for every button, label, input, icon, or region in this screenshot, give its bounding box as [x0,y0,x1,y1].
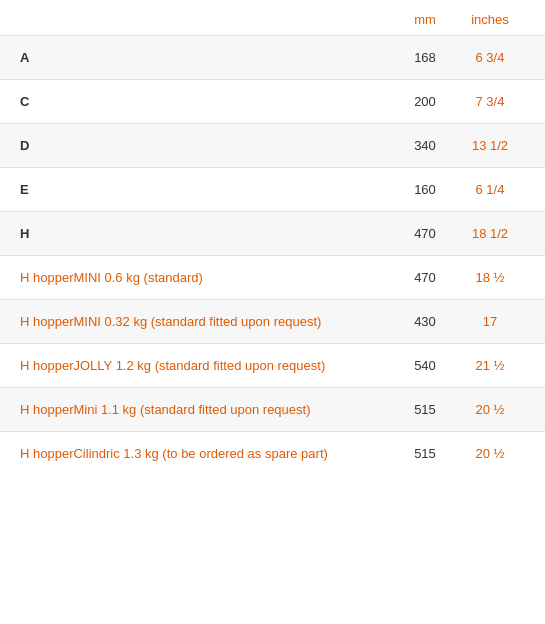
row-label: H [20,226,395,241]
table-row[interactable]: H hopperMINI 0.6 kg (standard)47018 ½ [0,255,545,299]
row-label: H hopperMini 1.1 kg (standard fitted upo… [20,402,395,417]
table-row[interactable]: H hopperMini 1.1 kg (standard fitted upo… [0,387,545,431]
row-mm: 160 [395,182,455,197]
row-mm: 470 [395,270,455,285]
row-inches: 13 1/2 [455,138,525,153]
row-mm: 515 [395,402,455,417]
row-inches: 18 ½ [455,270,525,285]
row-mm: 200 [395,94,455,109]
row-mm: 515 [395,446,455,461]
row-inches: 6 1/4 [455,182,525,197]
row-label: A [20,50,395,65]
row-mm: 430 [395,314,455,329]
row-inches: 20 ½ [455,446,525,461]
row-label: D [20,138,395,153]
row-label: H hopperCilindric 1.3 kg (to be ordered … [20,446,395,461]
table-row: C2007 3/4 [0,79,545,123]
row-label: H hopperMINI 0.6 kg (standard) [20,270,395,285]
data-table: A1686 3/4C2007 3/4D34013 1/2E1606 1/4H47… [0,35,545,475]
row-mm: 470 [395,226,455,241]
mm-header: mm [395,12,455,27]
row-inches: 18 1/2 [455,226,525,241]
row-mm: 340 [395,138,455,153]
row-inches: 21 ½ [455,358,525,373]
table-row[interactable]: H hopperMINI 0.32 kg (standard fitted up… [0,299,545,343]
table-row: E1606 1/4 [0,167,545,211]
row-inches: 17 [455,314,525,329]
row-label: C [20,94,395,109]
row-inches: 7 3/4 [455,94,525,109]
table-row: D34013 1/2 [0,123,545,167]
table-row[interactable]: H hopperCilindric 1.3 kg (to be ordered … [0,431,545,475]
table-row[interactable]: H hopperJOLLY 1.2 kg (standard fitted up… [0,343,545,387]
header-row: mm inches [0,0,545,35]
row-label: H hopperJOLLY 1.2 kg (standard fitted up… [20,358,395,373]
row-label: E [20,182,395,197]
inches-header: inches [455,12,525,27]
row-inches: 6 3/4 [455,50,525,65]
table-row: H47018 1/2 [0,211,545,255]
row-label: H hopperMINI 0.32 kg (standard fitted up… [20,314,395,329]
row-mm: 540 [395,358,455,373]
row-mm: 168 [395,50,455,65]
table-row: A1686 3/4 [0,35,545,79]
row-inches: 20 ½ [455,402,525,417]
